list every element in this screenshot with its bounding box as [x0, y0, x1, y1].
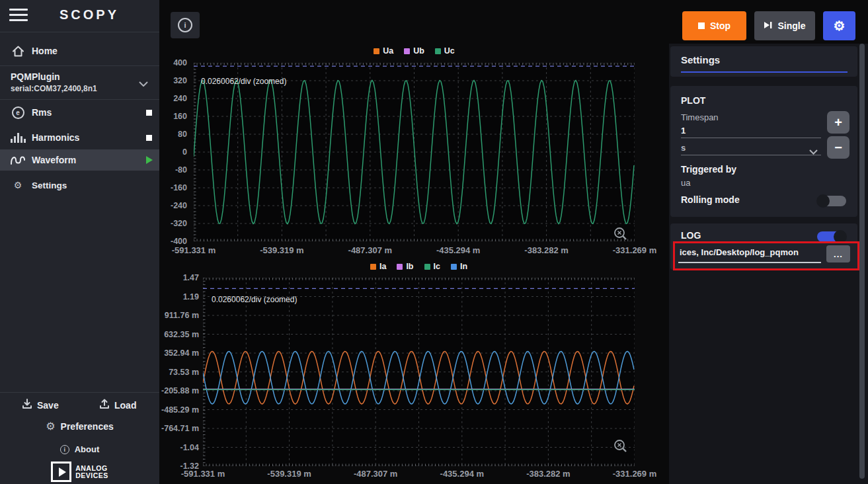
info-button[interactable]: i — [171, 12, 200, 38]
legend-label: Ia — [379, 262, 386, 271]
legend-item-Ic[interactable]: Ic — [424, 262, 440, 271]
gear-icon: ⚙ — [46, 421, 55, 432]
log-toggle[interactable] — [817, 231, 846, 242]
browse-button[interactable]: ... — [826, 245, 850, 262]
x-tick-label: -383.282 m — [526, 469, 571, 479]
y-tick-label: -764.71 m — [161, 424, 199, 433]
plot-settings-card: PLOT Timespan 1 s + − Triggered by ua Ro… — [670, 86, 857, 217]
legend-item-In[interactable]: In — [451, 262, 467, 271]
sidebar-item-settings[interactable]: ⚙ Settings — [0, 175, 159, 196]
x-tick-label: -383.282 m — [524, 245, 569, 255]
info-icon: i — [178, 18, 192, 32]
y-tick-label: 1.19 — [183, 292, 199, 302]
settings-title-card: Settings — [670, 46, 857, 77]
legend-swatch — [404, 48, 410, 54]
toggle-knob — [816, 194, 830, 208]
load-label: Load — [114, 400, 136, 411]
y-tick-label: 632.35 m — [164, 330, 199, 339]
sidebar-item-rms[interactable]: e Rms — [0, 101, 159, 124]
legend-item-Ua[interactable]: Ua — [374, 46, 393, 56]
harmonics-icon — [11, 133, 25, 143]
timespan-input[interactable]: 1 — [681, 126, 686, 136]
plugin-serial: serial:COM37,2400,8n1 — [11, 84, 97, 93]
voltage-x-axis: -591.331 m-539.319 m-487.307 m-435.294 m… — [194, 245, 635, 256]
settings-panel: Stop Single ⚙ Settings PLOT Timespan 1 s… — [669, 0, 868, 484]
waveform-running-indicator[interactable] — [146, 156, 153, 164]
waveform-icon — [11, 155, 25, 165]
y-tick-label: 0 — [182, 147, 187, 157]
preferences-button[interactable]: ⚙ Preferences — [0, 421, 159, 432]
y-tick-label: -80 — [175, 165, 187, 175]
y-tick-label: -160 — [171, 183, 187, 192]
zoom-reset-button[interactable] — [613, 439, 628, 454]
chevron-down-icon[interactable] — [809, 145, 818, 157]
x-tick-label: -591.331 m — [181, 469, 225, 479]
sidebar: SCOPY Home PQMPlugin serial:COM37,2400,8… — [0, 0, 159, 484]
single-button[interactable]: Single — [754, 11, 815, 40]
y-tick-label: -485.29 m — [161, 405, 199, 415]
about-button[interactable]: i About — [0, 444, 159, 454]
save-button[interactable]: Save — [22, 399, 59, 412]
current-plot[interactable] — [203, 278, 635, 466]
stop-icon — [698, 22, 705, 29]
waveform-traces — [194, 63, 635, 241]
y-tick-label: -240 — [171, 201, 187, 210]
triggered-by-label: Triggered by — [681, 164, 736, 175]
sidebar-item-harmonics[interactable]: Harmonics — [0, 126, 159, 149]
scopy-window: SCOPY Home PQMPlugin serial:COM37,2400,8… — [0, 0, 868, 484]
x-tick-label: -331.269 m — [613, 245, 657, 255]
legend-item-Ub[interactable]: Ub — [404, 46, 424, 56]
y-tick-label: 1.47 — [183, 273, 199, 282]
rolling-mode-toggle[interactable] — [817, 196, 846, 206]
y-tick-label: -1.04 — [180, 443, 200, 452]
x-tick-label: -487.307 m — [354, 469, 398, 479]
settings-scrollbar[interactable] — [859, 44, 865, 479]
chevron-down-icon[interactable] — [139, 77, 148, 89]
panel-title: Settings — [681, 54, 720, 65]
legend-item-Uc[interactable]: Uc — [435, 46, 455, 56]
sidebar-item-waveform[interactable]: Waveform — [0, 149, 159, 171]
y-tick-label: 73.53 m — [169, 368, 199, 377]
field-underline — [681, 155, 821, 155]
log-path-input[interactable]: ices, Inc/Desktop/log_pqmon — [680, 247, 799, 257]
current-y-axis: 1.471.19911.76 m632.35 m352.94 m73.53 m-… — [161, 278, 199, 466]
settings-label: Settings — [32, 181, 67, 190]
rms-stopped-indicator[interactable] — [146, 110, 152, 116]
voltage-legend: UaUbUc — [194, 46, 635, 56]
menu-icon[interactable] — [9, 9, 30, 24]
toggle-knob — [834, 230, 847, 243]
save-label: Save — [37, 400, 59, 411]
unit-dropdown[interactable]: s — [681, 143, 686, 153]
scopy-logo: SCOPY — [40, 7, 139, 22]
single-icon — [764, 20, 772, 31]
divider — [0, 65, 159, 66]
legend-item-Ia[interactable]: Ia — [370, 262, 386, 271]
y-tick-label: -400 — [171, 237, 187, 246]
triggered-by-value: ua — [681, 178, 690, 188]
analog-devices-logo: ANALOG DEVICES — [0, 462, 159, 482]
harmonics-stopped-indicator[interactable] — [146, 135, 152, 141]
stop-button[interactable]: Stop — [682, 11, 746, 40]
voltage-plot[interactable] — [194, 63, 635, 241]
plot-settings-button[interactable]: ⚙ — [823, 11, 855, 40]
current-x-axis: -591.331 m-539.319 m-487.307 m-435.294 m… — [203, 469, 635, 479]
legend-item-Ib[interactable]: Ib — [397, 262, 413, 271]
legend-swatch — [435, 48, 441, 54]
stop-label: Stop — [710, 20, 730, 31]
field-underline — [681, 138, 821, 138]
sidebar-item-home[interactable]: Home — [0, 40, 159, 62]
y-tick-label: 352.94 m — [164, 348, 199, 358]
x-tick-label: -539.319 m — [260, 245, 304, 255]
zoom-scale-annotation: 0.0260062/div (zoomed) — [212, 295, 297, 304]
legend-label: Ib — [406, 262, 413, 271]
waveform-traces — [203, 278, 635, 466]
legend-swatch — [370, 264, 376, 270]
timespan-decrement-button[interactable]: − — [827, 136, 849, 159]
y-tick-label: 911.76 m — [165, 311, 199, 320]
load-button[interactable]: Load — [99, 399, 136, 412]
zoom-reset-button[interactable] — [613, 227, 628, 241]
about-label: About — [75, 444, 100, 454]
timespan-increment-button[interactable]: + — [827, 111, 849, 134]
legend-label: Uc — [444, 46, 455, 56]
legend-swatch — [451, 264, 457, 270]
